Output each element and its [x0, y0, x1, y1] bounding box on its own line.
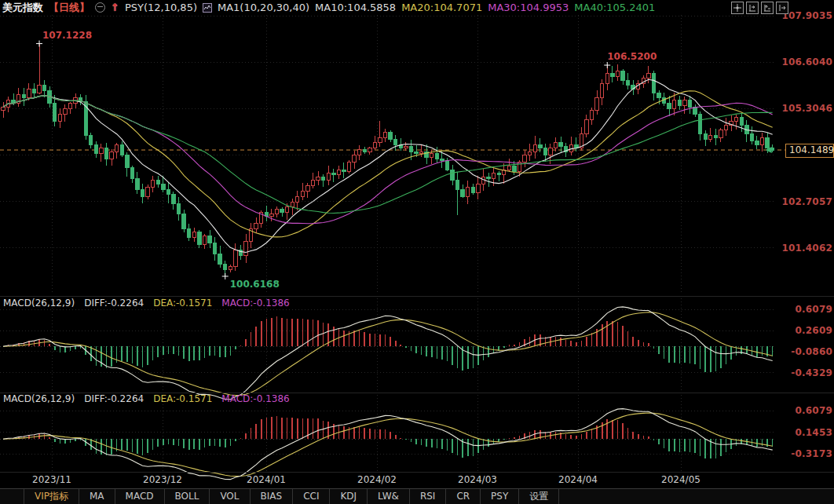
psy-indicator-label: PSY(12,10,85) — [125, 2, 197, 13]
chart-header: 美元指数 【日线】 ↑ PSY(12,10,85) MA1(10,20,30,4… — [0, 0, 834, 15]
toolbar-button-bias[interactable]: BIAS — [251, 489, 294, 504]
symbol-name: 美元指数 — [2, 1, 43, 15]
macd-name: MACD(26,12,9) — [3, 393, 75, 405]
toolbar-button-macd[interactable]: MACD — [115, 489, 165, 504]
toolbar-button-vip[interactable]: VIP指标 — [24, 489, 79, 504]
zoom-y-axis-icon[interactable] — [746, 2, 759, 14]
macd-panel1-header: MACD(26,12,9) DIFF:-0.2264 DEA:-0.1571 M… — [3, 298, 290, 309]
indicator-toolbar: VIP指标MAMACDBOLLVOLBIASCCIKDJLW&RSICRPSY设… — [0, 488, 834, 504]
panel-separator — [0, 296, 834, 297]
macd-value: MACD:-0.1386 — [221, 298, 289, 309]
price-annotation: 106.5200 — [607, 51, 657, 62]
toolbar-button-cci[interactable]: CCI — [293, 489, 330, 504]
macd-panel2-header: MACD(26,12,9) DIFF:-0.2264 DEA:-0.1571 M… — [3, 393, 290, 405]
toolbar-button-lw[interactable]: LW& — [368, 489, 410, 504]
trading-chart-app: 美元指数 【日线】 ↑ PSY(12,10,85) MA1(10,20,30,4… — [0, 0, 834, 504]
view-controls — [731, 2, 788, 14]
macd-axis-label: -0.3173 — [791, 448, 832, 459]
ma-indicator-icon[interactable] — [203, 3, 212, 13]
ma10-value: MA10:104.5858 — [315, 2, 396, 13]
ma30-value: MA30:104.9953 — [488, 2, 569, 13]
x-axis-label: 2024/05 — [656, 474, 706, 485]
x-axis-label: 2024/03 — [452, 474, 503, 485]
x-axis-label: 2024/04 — [553, 474, 603, 485]
toolbar-button-settings[interactable]: 设置 — [519, 489, 559, 504]
price-annotation: 100.6168 — [230, 279, 280, 290]
ma20-value: MA20:104.7071 — [401, 2, 482, 13]
toolbar-button-kdj[interactable]: KDJ — [330, 489, 368, 504]
ma40-value: MA40:105.2401 — [574, 2, 655, 13]
price-annotation: 107.1228 — [42, 30, 92, 41]
pan-right-icon[interactable] — [776, 2, 788, 14]
macd-axis-label: -0.4329 — [791, 367, 832, 378]
macd-axis-label: -0.0860 — [791, 346, 832, 357]
toolbar-button-cr[interactable]: CR — [446, 489, 481, 504]
macd-axis-label: 0.6079 — [795, 304, 832, 315]
x-axis-label: 2024/01 — [241, 474, 291, 485]
collapse-indicator-icon[interactable] — [95, 2, 105, 13]
toolbar-button-rsi[interactable]: RSI — [410, 489, 447, 504]
price-axis-label: 105.3046 — [781, 103, 832, 114]
toolbar-button-psy[interactable]: PSY — [481, 489, 519, 504]
x-axis-label: 2023/11 — [27, 474, 77, 485]
toolbar-stub — [0, 489, 24, 504]
ma-group-label: MA1(10,20,30,40) — [218, 2, 309, 13]
diff-value: DIFF:-0.2264 — [84, 298, 144, 309]
x-axis-label: 2023/12 — [137, 474, 188, 485]
diff-value: DIFF:-0.2264 — [84, 393, 144, 405]
x-axis-label: 2024/02 — [352, 474, 402, 485]
macd-axis-label: 0.6079 — [795, 405, 832, 416]
dea-value: DEA:-0.1571 — [153, 393, 212, 405]
panel-separator — [0, 472, 834, 473]
toolbar-button-boll[interactable]: BOLL — [165, 489, 210, 504]
dea-value: DEA:-0.1571 — [153, 298, 212, 309]
toolbar-button-vol[interactable]: VOL — [210, 489, 250, 504]
buy-signal-arrow-icon: ↑ — [111, 2, 119, 13]
chart-canvas[interactable] — [0, 0, 834, 504]
zoom-x-axis-icon[interactable] — [761, 2, 774, 14]
toolbar-button-ma[interactable]: MA — [79, 489, 115, 504]
macd-name: MACD(26,12,9) — [3, 298, 75, 309]
price-axis-label: 101.4062 — [781, 243, 832, 254]
price-axis-label: 106.6040 — [781, 57, 832, 68]
price-axis-label: 102.7057 — [781, 196, 832, 207]
current-price-badge: 104.1489 — [785, 144, 834, 158]
crosshair-icon[interactable] — [731, 2, 744, 14]
period-label[interactable]: 【日线】 — [49, 1, 90, 15]
macd-axis-label: 0.1453 — [795, 427, 832, 438]
macd-value: MACD:-0.1386 — [221, 393, 289, 405]
macd-axis-label: 0.2609 — [795, 325, 832, 336]
